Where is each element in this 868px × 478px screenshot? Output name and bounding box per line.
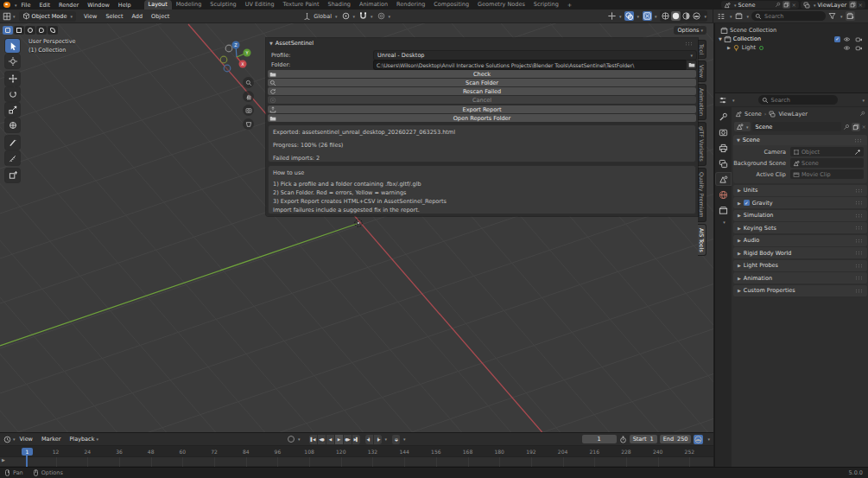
menu-edit[interactable]: Edit xyxy=(35,2,54,9)
workspace-tab-uv-editing[interactable]: UV Editing xyxy=(241,0,279,10)
copy-viewlayer-icon[interactable] xyxy=(849,1,857,9)
perspective-toggle-icon[interactable] xyxy=(243,118,254,130)
toggle-xray-icon[interactable] xyxy=(643,11,652,21)
background-scene-field[interactable]: Scene xyxy=(790,158,864,168)
workspace-tab-compositing[interactable]: Compositing xyxy=(429,0,473,10)
scroll-down-icon[interactable]: ▾ xyxy=(723,220,725,225)
frame-step-caret-icon[interactable]: ▾ xyxy=(385,437,388,442)
playhead-line[interactable] xyxy=(26,456,28,467)
sync-caret-icon[interactable]: ▾ xyxy=(403,437,406,442)
menu-window[interactable]: Window xyxy=(83,2,114,9)
datablock-type-button[interactable]: ▾ xyxy=(734,122,751,131)
properties-editor-icon[interactable] xyxy=(719,96,727,105)
sidebar-tab-animation[interactable]: Animation xyxy=(698,84,706,120)
scale-tool-button[interactable] xyxy=(5,103,20,117)
play-reverse-button[interactable]: ◀ xyxy=(326,435,334,444)
add-cube-tool-button[interactable] xyxy=(5,169,20,182)
move-tool-button[interactable] xyxy=(5,72,20,86)
cursor-tool-button[interactable] xyxy=(5,54,20,68)
show-gizmo-icon[interactable] xyxy=(607,11,617,21)
active-clip-field[interactable]: Movie Clip xyxy=(790,169,864,179)
falloff-caret-icon[interactable]: ▾ xyxy=(389,14,391,19)
end-frame-field[interactable]: End 250 xyxy=(660,435,692,443)
properties-options-caret-icon[interactable]: ▾ xyxy=(862,98,865,103)
3d-viewport[interactable]: User Perspective (1) Collection Z Y X Op… xyxy=(0,23,713,432)
scene-selector[interactable]: ▾ Scene × xyxy=(721,1,799,9)
eyedropper-icon[interactable] xyxy=(854,149,861,156)
expand-collection-icon[interactable]: ▼ xyxy=(719,36,722,41)
viewport-menu-object[interactable]: Object xyxy=(147,13,174,20)
workspace-tab-animation[interactable]: Animation xyxy=(355,0,392,10)
timeline-menu-view[interactable]: View xyxy=(16,436,37,443)
panel-light-probes[interactable]: ▶Light Probes xyxy=(733,260,867,271)
rescan-failed-button[interactable]: Rescan Failed xyxy=(268,87,696,95)
previous-frame-button[interactable]: ◀▏ xyxy=(365,435,373,444)
open-reports-folder-button[interactable]: Open Reports Folder xyxy=(268,114,696,122)
select-mode-extra-button[interactable] xyxy=(48,26,58,35)
unlink-datablock-icon[interactable]: × xyxy=(862,124,866,131)
hide-eye-icon[interactable] xyxy=(843,44,851,52)
next-keyframe-button[interactable]: ●▶ xyxy=(344,435,352,444)
play-button[interactable]: ▶ xyxy=(335,435,343,444)
panel-drag-handle[interactable] xyxy=(855,264,864,268)
panel-animation[interactable]: ▶Animation xyxy=(733,272,867,284)
profile-dropdown[interactable]: Unreal - Desktop ▾ xyxy=(374,51,696,60)
snap-caret-icon[interactable]: ▾ xyxy=(371,14,373,19)
measure-tool-button[interactable] xyxy=(5,151,20,165)
filter-icon[interactable] xyxy=(828,12,836,20)
timeline-menu-playback[interactable]: Playback▾ xyxy=(65,436,103,443)
tab-view-layer[interactable] xyxy=(716,157,731,169)
expand-light-icon[interactable]: ▶ xyxy=(727,45,731,50)
breadcrumb-scene[interactable]: Scene xyxy=(744,111,762,118)
pin-icon[interactable] xyxy=(859,111,865,117)
outliner-editor-icon[interactable] xyxy=(717,12,725,21)
outliner-row-collection[interactable]: ▼ Collection ✓ xyxy=(715,35,868,43)
panel-keying-sets[interactable]: ▶Keying Sets xyxy=(733,222,867,233)
snap-magnet-icon[interactable] xyxy=(358,11,368,21)
panel-units[interactable]: ▶Units xyxy=(733,185,867,196)
close-scene-icon[interactable]: × xyxy=(792,2,796,9)
panel-drag-handle[interactable] xyxy=(855,226,864,230)
sidebar-tab-quality-premium[interactable]: Quality Premium xyxy=(698,168,706,222)
timeline-ruler[interactable]: 1224364860728496108120132144156168180192… xyxy=(0,446,713,456)
panel-rigid-body-world[interactable]: ▶Rigid Body World xyxy=(733,247,867,258)
browse-folder-button[interactable] xyxy=(687,61,696,69)
jump-to-end-button[interactable]: ▶▌ xyxy=(352,435,360,444)
panel-drag-handle[interactable] xyxy=(855,276,864,280)
workspace-tab-sculpting[interactable]: Sculpting xyxy=(206,0,240,10)
sidebar-tab-view[interactable]: View xyxy=(698,61,706,82)
folder-path-input[interactable]: C:\Users\Wilson\Desktop\Anvil Interactiv… xyxy=(374,61,686,69)
auto-keying-caret-icon[interactable]: ▾ xyxy=(298,437,301,442)
outliner-row-light[interactable]: ▶ Light xyxy=(715,43,868,52)
camera-field[interactable]: Object xyxy=(790,147,864,156)
workspace-tab-shading[interactable]: Shading xyxy=(324,0,355,10)
sidebar-tab-tool[interactable]: Tool xyxy=(698,40,706,59)
workspace-tab-modeling[interactable]: Modeling xyxy=(172,0,206,10)
copy-scene-icon[interactable] xyxy=(782,1,790,9)
close-viewlayer-icon[interactable]: × xyxy=(858,2,863,9)
workspace-tab-geometry-nodes[interactable]: Geometry Nodes xyxy=(473,0,529,10)
shading-caret-icon[interactable]: ▾ xyxy=(704,14,706,19)
disable-render-camera-icon[interactable] xyxy=(855,35,863,43)
viewport-menu-view[interactable]: View xyxy=(79,13,101,20)
playhead[interactable]: 1 xyxy=(22,448,33,456)
panel-simulation[interactable]: ▶Simulation xyxy=(733,210,867,221)
scene-panel-header[interactable]: ▼ Scene xyxy=(733,135,867,145)
annotate-tool-button[interactable] xyxy=(5,136,20,150)
jump-to-start-button[interactable]: ▌◀ xyxy=(309,435,317,444)
shading-rendered-icon[interactable] xyxy=(692,11,701,21)
gizmo-caret-icon[interactable]: ▾ xyxy=(619,14,622,19)
sync-mode-icon[interactable]: ◒ xyxy=(392,435,400,444)
pin-icon[interactable] xyxy=(775,2,781,8)
orientation-label[interactable]: Global xyxy=(314,13,332,20)
panel-gravity[interactable]: ▶✓Gravity xyxy=(733,197,867,208)
transform-tool-button[interactable] xyxy=(5,118,20,132)
shading-solid-icon[interactable] xyxy=(671,11,681,21)
outliner-row-scene-collection[interactable]: Scene Collection xyxy=(715,26,868,35)
proportional-edit-icon[interactable] xyxy=(377,11,386,21)
workspace-tab-rendering[interactable]: Rendering xyxy=(392,0,429,10)
tab-tool[interactable] xyxy=(716,111,731,123)
options-button[interactable]: Options ▾ xyxy=(674,26,706,35)
breadcrumb-viewlayer[interactable]: ViewLayer xyxy=(778,111,808,118)
editor-type-icon[interactable] xyxy=(3,12,11,21)
